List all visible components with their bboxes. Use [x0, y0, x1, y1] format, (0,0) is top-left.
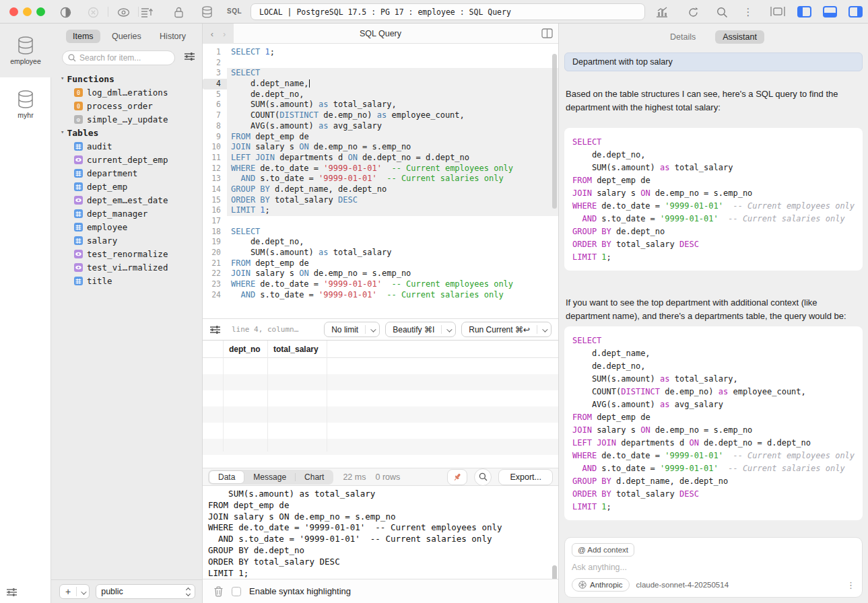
- chart-icon[interactable]: [655, 5, 669, 20]
- trash-icon[interactable]: [213, 586, 224, 597]
- schema-select[interactable]: public: [96, 584, 195, 599]
- editor-line-18[interactable]: 18SELECT: [203, 227, 558, 238]
- result-row: [203, 358, 558, 374]
- results-grid: dept_no total_salary: [203, 340, 558, 468]
- editor-line-20[interactable]: 20 SUM(s.amount) as total_salary: [203, 248, 558, 258]
- tree-item-title[interactable]: title: [51, 274, 202, 287]
- editor-line-11[interactable]: 11LEFT JOIN departments d ON de.dept_no …: [203, 153, 558, 164]
- more-options-icon[interactable]: ⋮: [741, 5, 756, 20]
- tree-item-dept-em-est-date[interactable]: dept_em…est_date: [51, 193, 202, 207]
- code-line: SELECT: [572, 334, 863, 347]
- tree-item-simple-y-update[interactable]: ⚙simple_…y_update: [51, 112, 202, 126]
- editor-line-5[interactable]: 5 de.dept_no,: [203, 90, 558, 100]
- editor-line-9[interactable]: 9FROM dept_emp de: [203, 132, 558, 143]
- editor-line-10[interactable]: 10JOIN salary s ON de.emp_no = s.emp_no: [203, 142, 558, 153]
- editor-tab-title[interactable]: SQL Query: [203, 24, 558, 44]
- editor-line-1[interactable]: 1SELECT 1;: [203, 47, 558, 58]
- tree-item-current-dept-emp[interactable]: current_dept_emp: [51, 153, 202, 166]
- chat-input[interactable]: Ask anything...: [572, 563, 855, 572]
- tree-item-log-dml-erations[interactable]: 0log_dml…erations: [51, 85, 202, 99]
- line-text: SUM(s.amount) as total_salary,: [227, 100, 558, 110]
- tree-item-dept-emp[interactable]: dept_emp: [51, 180, 202, 193]
- conversation-title-banner[interactable]: Department with top salary: [564, 52, 863, 71]
- center-layout-icon[interactable]: [770, 6, 786, 17]
- tab-queries[interactable]: Queries: [105, 30, 148, 43]
- zoom-window-button[interactable]: [36, 7, 45, 16]
- editor-line-8[interactable]: 8 AVG(s.amount) as avg_salary: [203, 121, 558, 132]
- add-item-button[interactable]: +: [59, 584, 90, 599]
- structure-list-icon[interactable]: [140, 5, 155, 20]
- pin-button[interactable]: [447, 469, 467, 485]
- editor-line-14[interactable]: 14GROUP BY d.dept_name, de.dept_no: [203, 184, 558, 195]
- editor-line-17[interactable]: 17: [203, 216, 558, 227]
- editor-line-19[interactable]: 19 de.dept_no,: [203, 237, 558, 248]
- connection-power-icon[interactable]: [58, 5, 73, 20]
- tree-item-audit[interactable]: audit: [51, 139, 202, 153]
- tree-item-label: employee: [87, 222, 127, 232]
- editor-line-21[interactable]: 21FROM dept_emp de: [203, 258, 558, 269]
- tab-details[interactable]: Details: [663, 30, 703, 44]
- tree-item-test-renormalize[interactable]: test_renormalize: [51, 247, 202, 260]
- tree-item-salary[interactable]: salary: [51, 234, 202, 247]
- line-text: AND s.to_date = '9999-01-01' -- Current …: [227, 290, 558, 301]
- editor-pane: ‹ › SQL Query 1SELECT 1;23SELECT4 d.dept…: [202, 24, 559, 603]
- editor-line-22[interactable]: 22JOIN salary s ON de.emp_no = s.emp_no: [203, 269, 558, 279]
- tab-data[interactable]: Data: [209, 470, 244, 484]
- search-icon[interactable]: [714, 5, 729, 20]
- run-current-button[interactable]: Run Current ⌘↩: [461, 322, 552, 337]
- connection-item-employee[interactable]: employee: [0, 24, 51, 77]
- limit-dropdown[interactable]: No limit: [324, 322, 380, 337]
- toggle-right-panel-button[interactable]: [848, 6, 863, 17]
- connection-item-myhr[interactable]: myhr: [0, 90, 51, 119]
- editor-line-15[interactable]: 15ORDER BY total_salary DESC: [203, 195, 558, 206]
- refresh-icon[interactable]: [686, 5, 700, 20]
- tab-chart[interactable]: Chart: [296, 470, 333, 484]
- tree-item-employee[interactable]: employee: [51, 220, 202, 234]
- add-context-chip[interactable]: @ Add context: [572, 543, 634, 557]
- toggle-left-panel-button[interactable]: [797, 6, 811, 17]
- filter-sliders-icon[interactable]: [184, 52, 195, 61]
- tab-history[interactable]: History: [153, 30, 193, 43]
- editor-line-16[interactable]: 16LIMIT 1;: [203, 205, 558, 216]
- connection-title[interactable]: LOCAL | PostgreSQL 17.5 : PG 17 : employ…: [251, 3, 645, 20]
- provider-chip[interactable]: Anthropic: [572, 578, 630, 592]
- editor-line-6[interactable]: 6 SUM(s.amount) as total_salary,: [203, 100, 558, 110]
- split-view-icon[interactable]: [541, 28, 553, 38]
- chat-options-icon[interactable]: ⋮: [846, 580, 855, 590]
- beautify-button[interactable]: Beautify ⌘I: [385, 322, 456, 337]
- editor-line-7[interactable]: 7 COUNT(DISTINCT de.emp_no) as employee_…: [203, 110, 558, 121]
- line-number: 18: [203, 227, 227, 238]
- search-results-button[interactable]: [474, 468, 492, 486]
- editor-scrollbar[interactable]: [552, 54, 557, 209]
- tree-item-test-vi-rmalized[interactable]: test_vi…rmalized: [51, 260, 202, 274]
- lock-icon[interactable]: [171, 5, 186, 20]
- eye-icon[interactable]: [116, 5, 131, 20]
- close-window-button[interactable]: [9, 7, 18, 16]
- editor-line-13[interactable]: 13 AND s.to_date = '9999-01-01' -- Curre…: [203, 174, 558, 184]
- tree-item-process-order[interactable]: 0process_order: [51, 99, 202, 112]
- editor-line-24[interactable]: 24 AND s.to_date = '9999-01-01' -- Curre…: [203, 290, 558, 301]
- settings-sliders-icon[interactable]: [6, 588, 18, 597]
- column-header-dept-no[interactable]: dept_no: [223, 345, 267, 354]
- editor-settings-icon[interactable]: [209, 325, 221, 334]
- editor-line-12[interactable]: 12WHERE de.to_date = '9999-01-01' -- Cur…: [203, 164, 558, 174]
- minimize-window-button[interactable]: [23, 7, 32, 16]
- syntax-highlighting-checkbox[interactable]: [232, 587, 241, 596]
- editor-line-23[interactable]: 23WHERE de.to_date = '9999-01-01' -- Cur…: [203, 279, 558, 290]
- tree-section-functions[interactable]: ▾Functions: [51, 72, 202, 85]
- sql-editor[interactable]: 1SELECT 1;23SELECT4 d.dept_name,5 de.dep…: [203, 44, 558, 318]
- tree-item-dept-manager[interactable]: dept_manager: [51, 207, 202, 220]
- toggle-bottom-panel-button[interactable]: [823, 6, 837, 17]
- editor-line-3[interactable]: 3SELECT: [203, 68, 558, 79]
- column-header-total-salary[interactable]: total_salary: [267, 345, 327, 354]
- tab-items[interactable]: Items: [66, 30, 100, 43]
- tree-section-tables[interactable]: ▾Tables: [51, 126, 202, 139]
- export-button[interactable]: Export...: [498, 469, 553, 485]
- tab-assistant[interactable]: Assistant: [715, 30, 764, 44]
- database-icon[interactable]: [199, 5, 214, 20]
- tab-message[interactable]: Message: [244, 470, 295, 484]
- editor-line-4[interactable]: 4 d.dept_name,: [203, 79, 558, 90]
- tree-item-department[interactable]: department: [51, 166, 202, 180]
- search-input[interactable]: Search for item...: [62, 50, 175, 65]
- editor-line-2[interactable]: 2: [203, 58, 558, 69]
